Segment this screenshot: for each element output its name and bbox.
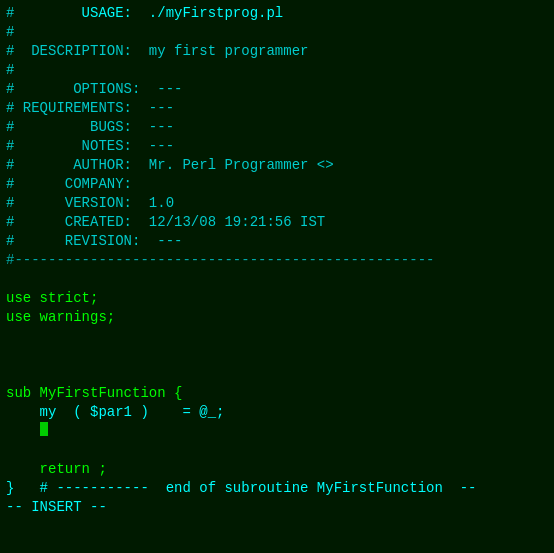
code-line: # REQUIREMENTS: --- [6,99,548,118]
cursor-line [6,422,548,441]
use-strict-line: use strict; [6,289,98,308]
bugs-line: # BUGS: --- [6,118,174,137]
code-line: # BUGS: --- [6,118,548,137]
code-line: return ; [6,460,548,479]
code-line [6,365,548,384]
blank-line [6,270,14,289]
code-line: # [6,61,548,80]
return-line: return ; [6,460,107,479]
code-line: # VERSION: 1.0 [6,194,548,213]
blank-line [6,327,14,346]
insert-mode-indicator: -- INSERT -- [6,498,107,517]
code-line: my ( $par1 ) = @_; [6,403,548,422]
code-editor[interactable]: # USAGE: ./myFirstprog.pl # # DESCRIPTIO… [0,0,554,553]
code-line: # OPTIONS: --- [6,80,548,99]
text-cursor [40,422,48,436]
end-sub-line: } # ----------- end of subroutine MyFirs… [6,479,476,498]
comment-char: # [6,61,14,80]
revision-line: # REVISION: --- [6,232,182,251]
code-line: # AUTHOR: Mr. Perl Programmer <> [6,156,548,175]
code-line [6,270,548,289]
blank-line [6,365,14,384]
code-line: # USAGE: ./myFirstprog.pl [6,4,548,23]
code-line [6,441,548,460]
blank-line [6,346,14,365]
code-line: # COMPANY: [6,175,548,194]
code-line: # DESCRIPTION: my first programmer [6,42,548,61]
company-line: # COMPANY: [6,175,132,194]
author-line: # AUTHOR: Mr. Perl Programmer <> [6,156,334,175]
comment-char: # [6,4,14,23]
usage-line: USAGE: ./myFirstprog.pl [14,4,283,23]
version-line: # VERSION: 1.0 [6,194,174,213]
divider-line: #---------------------------------------… [6,251,434,270]
param-line: my ( $par1 ) = @_; [6,403,224,422]
description-line: # DESCRIPTION: my first programmer [6,42,308,61]
options-line: # OPTIONS: --- [6,80,182,99]
code-line: use warnings; [6,308,548,327]
code-line: sub MyFirstFunction { [6,384,548,403]
sub-definition-line: sub MyFirstFunction { [6,384,182,403]
code-line [6,346,548,365]
comment-char: # [6,23,14,42]
notes-line: # NOTES: --- [6,137,174,156]
indent-space [6,422,40,441]
use-warnings-line: use warnings; [6,308,115,327]
status-bar: -- INSERT -- [6,498,548,517]
blank-line [6,441,14,460]
code-line: } # ----------- end of subroutine MyFirs… [6,479,548,498]
code-line: # CREATED: 12/13/08 19:21:56 IST [6,213,548,232]
code-line: # [6,23,548,42]
created-line: # CREATED: 12/13/08 19:21:56 IST [6,213,325,232]
code-line: # REVISION: --- [6,232,548,251]
code-line [6,327,548,346]
requirements-line: # REQUIREMENTS: --- [6,99,174,118]
code-line: use strict; [6,289,548,308]
code-line: #---------------------------------------… [6,251,548,270]
code-line: # NOTES: --- [6,137,548,156]
